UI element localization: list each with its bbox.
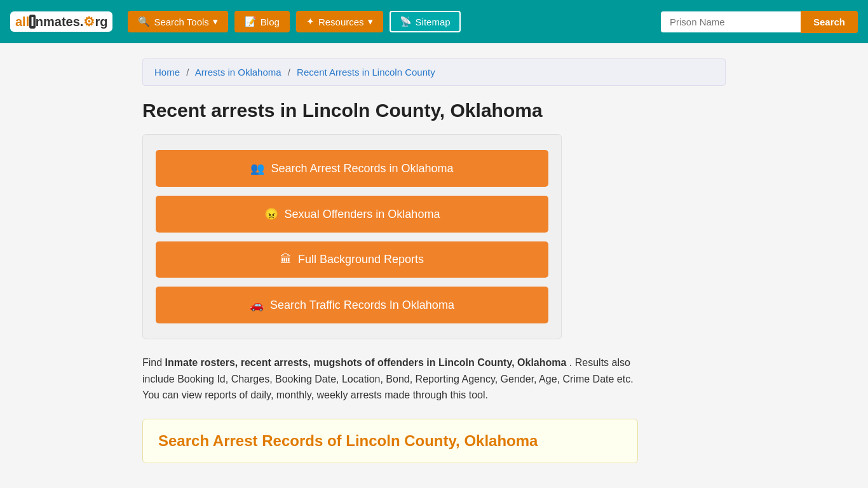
- search-records-title: Search Arrest Records of Lincoln County,…: [158, 432, 622, 450]
- search-arrest-label: Search Arrest Records in Oklahoma: [271, 162, 453, 175]
- action-button-panel: 👥 Search Arrest Records in Oklahoma 😠 Se…: [142, 134, 562, 339]
- search-records-section: Search Arrest Records of Lincoln County,…: [142, 419, 638, 463]
- resources-icon: ✦: [306, 16, 315, 27]
- logo-text: allInmates.⚙rg: [15, 14, 107, 29]
- blog-button[interactable]: 📝 Blog: [234, 11, 290, 32]
- site-logo[interactable]: allInmates.⚙rg: [10, 11, 112, 32]
- breadcrumb-home[interactable]: Home: [154, 67, 180, 78]
- search-tools-chevron-icon: ▾: [213, 16, 218, 27]
- traffic-records-icon: 🚗: [250, 298, 264, 312]
- breadcrumb-arrests-oklahoma[interactable]: Arrests in Oklahoma: [195, 67, 281, 78]
- search-arrest-records-button[interactable]: 👥 Search Arrest Records in Oklahoma: [156, 150, 548, 187]
- description-prefix: Find: [142, 357, 165, 368]
- background-reports-label: Full Background Reports: [298, 253, 424, 266]
- search-arrest-icon: 👥: [250, 161, 264, 175]
- navbar: allInmates.⚙rg 🔍 Search Tools ▾ 📝 Blog ✦…: [0, 0, 868, 43]
- traffic-records-button[interactable]: 🚗 Search Traffic Records In Oklahoma: [156, 287, 548, 323]
- breadcrumb-sep-1: /: [186, 67, 189, 78]
- blog-label: Blog: [261, 17, 280, 27]
- resources-chevron-icon: ▾: [368, 16, 373, 27]
- blog-icon: 📝: [245, 16, 257, 27]
- sitemap-button[interactable]: 📡 Sitemap: [390, 11, 461, 32]
- breadcrumb-sep-2: /: [288, 67, 290, 78]
- sexual-offenders-button[interactable]: 😠 Sexual Offenders in Oklahoma: [156, 196, 548, 233]
- search-tools-button[interactable]: 🔍 Search Tools ▾: [128, 11, 227, 32]
- breadcrumb-current: Recent Arrests in Lincoln County: [297, 67, 435, 78]
- nav-search-box: Search: [661, 11, 858, 33]
- background-reports-button[interactable]: 🏛 Full Background Reports: [156, 241, 548, 278]
- background-reports-icon: 🏛: [280, 253, 292, 266]
- breadcrumb: Home / Arrests in Oklahoma / Recent Arre…: [142, 58, 726, 86]
- description-bold: Inmate rosters, recent arrests, mugshots…: [165, 357, 567, 368]
- prison-name-input[interactable]: [661, 11, 801, 32]
- sexual-offenders-icon: 😠: [264, 207, 278, 221]
- page-title: Recent arrests in Lincoln County, Oklaho…: [142, 100, 726, 121]
- nav-search-button[interactable]: Search: [801, 11, 858, 33]
- sexual-offenders-label: Sexual Offenders in Oklahoma: [285, 208, 440, 221]
- main-content: Home / Arrests in Oklahoma / Recent Arre…: [132, 43, 736, 478]
- description-paragraph: Find Inmate rosters, recent arrests, mug…: [142, 355, 638, 403]
- sitemap-icon: 📡: [400, 16, 412, 27]
- search-tools-icon: 🔍: [138, 16, 150, 27]
- nav-search-label: Search: [813, 17, 845, 27]
- sitemap-label: Sitemap: [416, 17, 451, 27]
- resources-label: Resources: [318, 17, 364, 27]
- search-tools-label: Search Tools: [154, 17, 208, 27]
- resources-button[interactable]: ✦ Resources ▾: [296, 11, 383, 32]
- traffic-records-label: Search Traffic Records In Oklahoma: [270, 299, 454, 312]
